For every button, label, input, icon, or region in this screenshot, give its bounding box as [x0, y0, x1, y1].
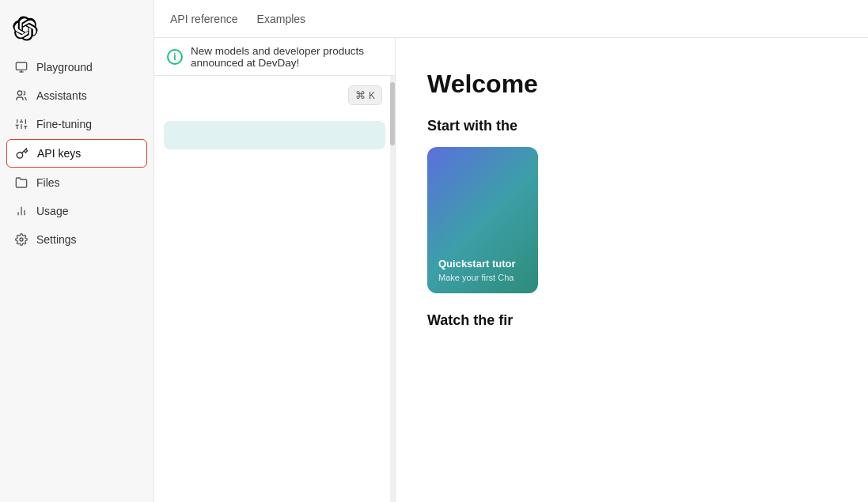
- sidebar-nav: Playground Assistants Fine-tuning: [0, 54, 154, 253]
- sidebar-item-usage-label: Usage: [36, 205, 68, 217]
- content-area: i New models and developer products anno…: [154, 38, 868, 502]
- sidebar-item-files-label: Files: [36, 176, 60, 189]
- sidebar-item-files[interactable]: Files: [6, 169, 147, 196]
- scroll-thumb: [390, 82, 395, 145]
- sidebar-item-fine-tuning-label: Fine-tuning: [36, 118, 92, 130]
- sidebar-item-settings[interactable]: Settings: [6, 226, 147, 253]
- openai-logo: [13, 16, 38, 41]
- sidebar-item-assistants-label: Assistants: [36, 89, 87, 102]
- top-nav: API reference Examples: [154, 0, 868, 38]
- shortcut-badge[interactable]: ⌘ K: [348, 85, 382, 105]
- users-icon: [14, 89, 28, 103]
- topnav-examples[interactable]: Examples: [257, 9, 305, 28]
- shortcut-key: K: [369, 90, 375, 101]
- watch-title: Watch the fir: [427, 312, 836, 329]
- cmd-symbol: ⌘: [355, 89, 366, 101]
- sidebar-item-usage[interactable]: Usage: [6, 198, 147, 225]
- svg-point-16: [20, 238, 23, 241]
- welcome-title: Welcome: [427, 70, 836, 99]
- scrollbar[interactable]: [390, 76, 395, 502]
- folder-icon: [14, 176, 28, 190]
- right-panel: Welcome Start with the Quickstart tutor …: [396, 38, 868, 502]
- sidebar-item-settings-label: Settings: [36, 233, 77, 246]
- info-icon: i: [167, 49, 183, 65]
- welcome-section: Welcome Start with the Quickstart tutor …: [396, 38, 868, 345]
- quickstart-card-title: Quickstart tutor: [438, 258, 527, 270]
- quickstart-card-sub: Make your first Cha: [438, 273, 527, 282]
- sidebar-item-playground-label: Playground: [36, 61, 93, 74]
- sliders-icon: [14, 117, 28, 131]
- sidebar-item-api-keys-label: API keys: [37, 147, 81, 160]
- shortcut-area: ⌘ K: [154, 76, 395, 115]
- logo-area: [0, 9, 154, 54]
- sidebar: Playground Assistants Fine-tuning: [0, 0, 154, 502]
- svg-rect-0: [16, 62, 26, 70]
- sidebar-item-playground[interactable]: Playground: [6, 54, 147, 81]
- quickstart-card[interactable]: Quickstart tutor Make your first Cha: [427, 147, 538, 293]
- main-content: API reference Examples i New models and …: [154, 0, 868, 502]
- sidebar-item-assistants[interactable]: Assistants: [6, 82, 147, 109]
- teal-list-item: [164, 121, 385, 149]
- left-panel: i New models and developer products anno…: [154, 38, 396, 502]
- svg-point-3: [17, 91, 21, 95]
- bar-chart-icon: [14, 204, 28, 218]
- announcement-banner[interactable]: i New models and developer products anno…: [154, 38, 395, 76]
- gear-icon: [14, 232, 28, 247]
- topnav-api-reference[interactable]: API reference: [170, 9, 238, 28]
- announcement-text: New models and developer products announ…: [191, 45, 382, 69]
- sidebar-item-api-keys[interactable]: API keys: [6, 139, 147, 168]
- sidebar-item-fine-tuning[interactable]: Fine-tuning: [6, 111, 147, 138]
- monitor-icon: [14, 60, 28, 74]
- key-icon: [15, 146, 29, 160]
- start-title: Start with the: [427, 118, 836, 134]
